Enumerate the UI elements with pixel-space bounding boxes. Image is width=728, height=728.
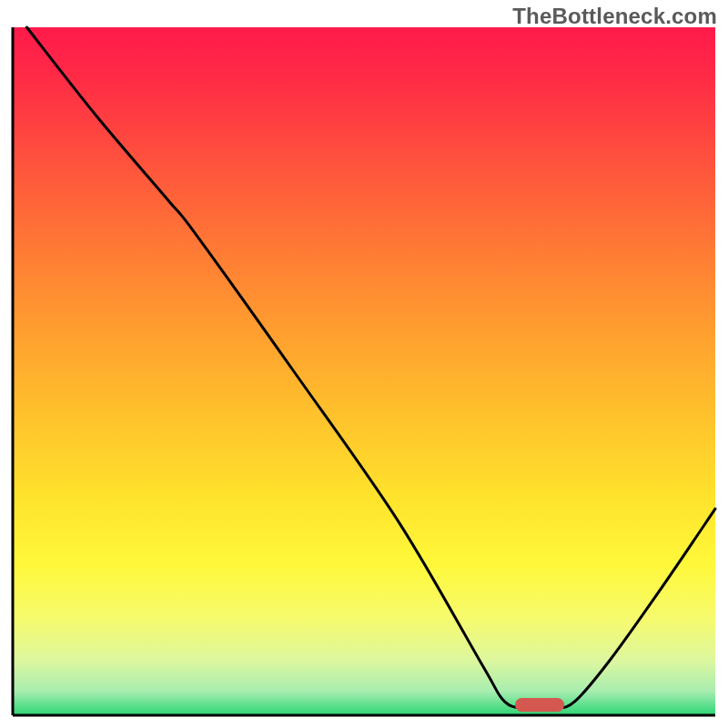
gradient-background — [13, 27, 715, 715]
optimal-marker — [515, 698, 564, 712]
bottleneck-chart — [0, 0, 728, 728]
chart-container: TheBottleneck.com — [0, 0, 728, 728]
